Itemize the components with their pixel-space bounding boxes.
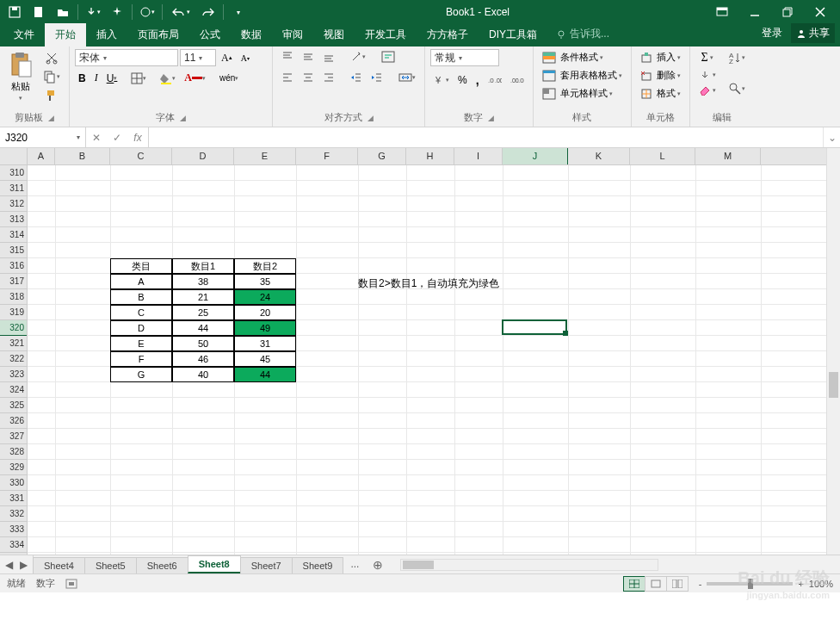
- tab-insert[interactable]: 插入: [86, 23, 127, 46]
- cell-D320[interactable]: 44: [172, 320, 234, 336]
- horizontal-scrollbar[interactable]: [400, 559, 658, 571]
- zoom-out-button[interactable]: -: [699, 579, 702, 589]
- cell-D317[interactable]: 38: [172, 274, 234, 289]
- col-header-A[interactable]: A: [28, 148, 55, 164]
- row-header-328[interactable]: 328: [0, 444, 27, 460]
- tab-view[interactable]: 视图: [313, 23, 355, 46]
- tab-review[interactable]: 审阅: [272, 23, 313, 46]
- decrease-indent-button[interactable]: [347, 70, 366, 85]
- align-top-button[interactable]: [278, 49, 297, 65]
- paste-button[interactable]: 粘贴 ▾: [5, 49, 36, 103]
- normal-view-button[interactable]: [623, 576, 645, 592]
- col-header-F[interactable]: F: [296, 148, 358, 164]
- number-launcher[interactable]: ◢: [488, 114, 494, 122]
- cell-C320[interactable]: D: [110, 320, 172, 336]
- col-header-E[interactable]: E: [234, 148, 296, 164]
- touch2-button[interactable]: ▾: [136, 3, 158, 22]
- add-sheet-button[interactable]: ⊕: [366, 555, 390, 573]
- tab-home[interactable]: 开始: [45, 23, 86, 46]
- align-left-button[interactable]: [278, 70, 297, 85]
- expand-formula-button[interactable]: ⌄: [823, 127, 840, 147]
- row-header-333[interactable]: 333: [0, 522, 27, 537]
- cancel-formula-button[interactable]: ✕: [86, 132, 107, 144]
- row-header-315[interactable]: 315: [0, 243, 27, 258]
- macro-indicator[interactable]: [65, 579, 77, 589]
- cell-C321[interactable]: E: [110, 336, 172, 351]
- row-header-320[interactable]: 320: [0, 320, 27, 336]
- cell-E323[interactable]: 44: [234, 367, 296, 382]
- cell-D319[interactable]: 25: [172, 305, 234, 320]
- row-header-322[interactable]: 322: [0, 351, 27, 367]
- cell-E318[interactable]: 24: [234, 289, 296, 305]
- restore-button[interactable]: [771, 0, 804, 24]
- font-name-select[interactable]: 宋体▾: [75, 49, 178, 66]
- tell-me-box[interactable]: 告诉我...: [547, 27, 618, 46]
- cell-C316[interactable]: 类目: [110, 258, 172, 274]
- formula-input[interactable]: [149, 127, 823, 147]
- number-format-select[interactable]: 常规▾: [430, 49, 499, 66]
- font-launcher[interactable]: ◢: [180, 114, 186, 122]
- increase-decimal-button[interactable]: .0.00: [485, 73, 505, 87]
- copy-button[interactable]: ▾: [40, 68, 64, 85]
- cell-C318[interactable]: B: [110, 289, 172, 305]
- currency-button[interactable]: ¥▾: [430, 72, 453, 88]
- page-break-view-button[interactable]: [666, 576, 689, 592]
- cell-C322[interactable]: F: [110, 351, 172, 367]
- col-header-J[interactable]: J: [503, 148, 568, 164]
- sheet-tab-Sheet9[interactable]: Sheet9: [292, 557, 344, 573]
- col-header-D[interactable]: D: [172, 148, 234, 164]
- row-header-332[interactable]: 332: [0, 506, 27, 522]
- vertical-scrollbar[interactable]: [826, 148, 840, 555]
- close-button[interactable]: [804, 0, 837, 24]
- align-bottom-button[interactable]: [319, 49, 338, 65]
- format-cells-button[interactable]: 格式▾: [637, 85, 684, 102]
- col-header-G[interactable]: G: [358, 148, 406, 164]
- autosum-button[interactable]: Σ▾: [695, 49, 720, 66]
- fill-color-button[interactable]: ▾: [157, 71, 179, 86]
- share-button[interactable]: 共享: [791, 23, 835, 43]
- cell-E320[interactable]: 49: [234, 320, 296, 336]
- row-header-321[interactable]: 321: [0, 336, 27, 351]
- cell-E322[interactable]: 45: [234, 351, 296, 367]
- cell-E316[interactable]: 数目2: [234, 258, 296, 274]
- font-color-button[interactable]: A▾: [181, 70, 209, 86]
- wrap-text-button[interactable]: [378, 49, 398, 65]
- sheet-tab-Sheet4[interactable]: Sheet4: [33, 557, 85, 573]
- cut-button[interactable]: [40, 49, 64, 66]
- login-link[interactable]: 登录: [762, 26, 782, 40]
- row-header-312[interactable]: 312: [0, 196, 27, 212]
- clear-button[interactable]: ▾: [695, 84, 720, 97]
- comma-button[interactable]: ,: [472, 71, 483, 89]
- increase-font-button[interactable]: A▴: [218, 50, 236, 66]
- decrease-decimal-button[interactable]: .00.0: [507, 73, 528, 87]
- tab-diy[interactable]: DIY工具箱: [479, 23, 547, 46]
- sheet-more-button[interactable]: ...: [343, 555, 366, 573]
- tab-data[interactable]: 数据: [231, 23, 272, 46]
- sheet-nav[interactable]: ◀▶: [0, 555, 34, 573]
- cell-E321[interactable]: 31: [234, 336, 296, 351]
- tab-developer[interactable]: 开发工具: [355, 23, 417, 46]
- cell-D323[interactable]: 40: [172, 367, 234, 382]
- zoom-level[interactable]: 100%: [809, 579, 833, 589]
- row-header-329[interactable]: 329: [0, 460, 27, 475]
- row-header-317[interactable]: 317: [0, 274, 27, 289]
- decrease-font-button[interactable]: A▾: [238, 52, 253, 65]
- quickprint-button[interactable]: [106, 3, 128, 22]
- insert-cells-button[interactable]: 插入▾: [637, 49, 684, 65]
- row-header-323[interactable]: 323: [0, 367, 27, 382]
- tab-file[interactable]: 文件: [3, 23, 45, 46]
- bold-button[interactable]: B: [75, 71, 90, 86]
- align-center-button[interactable]: [299, 70, 318, 85]
- align-launcher[interactable]: ◢: [368, 114, 374, 122]
- delete-cells-button[interactable]: 删除▾: [637, 67, 684, 84]
- conditional-format-button[interactable]: 条件格式▾: [539, 49, 607, 65]
- cell-E317[interactable]: 35: [234, 274, 296, 289]
- cell-D322[interactable]: 46: [172, 351, 234, 367]
- percent-button[interactable]: %: [454, 72, 471, 88]
- redo-button[interactable]: [197, 3, 219, 22]
- sort-filter-button[interactable]: AZ▾: [725, 49, 749, 66]
- row-header-324[interactable]: 324: [0, 382, 27, 398]
- tab-formula[interactable]: 公式: [189, 23, 231, 46]
- underline-button[interactable]: U▾: [103, 71, 121, 86]
- sheet-tab-Sheet8[interactable]: Sheet8: [188, 555, 241, 573]
